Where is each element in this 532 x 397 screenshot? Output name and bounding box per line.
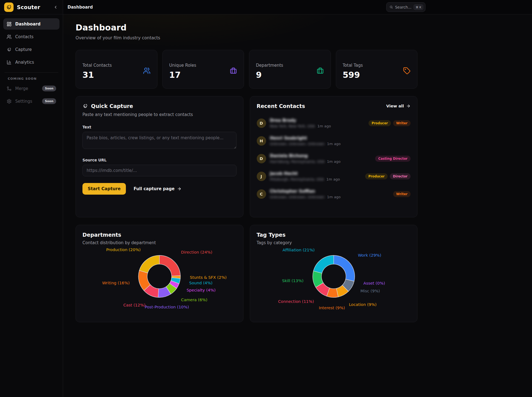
sidebar-item-label: Analytics (15, 60, 34, 65)
role-badge: Casting Director (375, 156, 411, 162)
app-logo-icon (4, 2, 14, 12)
contact-role-badges: ProducerWriter (368, 120, 411, 126)
donut-label: Work (29%) (358, 253, 381, 257)
breadcrumb: Dashboard (68, 5, 93, 10)
source-url-input[interactable] (82, 165, 237, 176)
search-input[interactable]: Search... ⌘ K (386, 2, 425, 12)
donut-label: Stunts & SFX (2%) (190, 275, 227, 280)
quick-capture-header: Quick Capture (82, 103, 237, 109)
page-title: Dashboard (76, 23, 417, 32)
sidebar-item-capture[interactable]: Capture (3, 44, 59, 55)
quick-capture-title: Quick Capture (91, 103, 133, 109)
search-shortcut-badge: ⌘ K (414, 4, 423, 10)
soon-badge: Soon (42, 86, 56, 91)
briefcase-icon (316, 67, 324, 76)
contact-time: 1m ago (317, 124, 331, 128)
donut-label: Asset (0%) (363, 281, 385, 285)
middle-row: Quick Capture Paste any text mentioning … (76, 96, 417, 217)
contact-list-item[interactable]: C Christopher Soffian Unknown, Unknown, … (257, 189, 411, 199)
main-content: Dashboard Overview of your film industry… (63, 14, 430, 322)
sidebar-header: Scouter (0, 0, 63, 14)
stat-label: Total Contacts (82, 63, 112, 68)
soon-badge: Soon (42, 98, 56, 104)
stat-card-total-tags[interactable]: Total Tags 599 (336, 50, 418, 89)
role-badge: Writer (393, 120, 411, 126)
contact-name: Daniela Bichong (270, 153, 308, 158)
recent-contacts-card: Recent Contacts View all D Drea Brody Ne… (250, 96, 418, 217)
contact-location: Pittsburgh, Pennsylvania, USA (270, 177, 324, 181)
search-placeholder: Search... (395, 5, 411, 9)
stat-card-departments[interactable]: Departments 9 (249, 50, 331, 89)
role-badge: Director (390, 173, 411, 179)
sidebar-item-contacts[interactable]: Contacts (3, 31, 59, 42)
recent-contacts-list: D Drea Brody New York, New York, USA 1m … (257, 118, 411, 199)
tag-types-chart-card: Tag Types Tags by category Work (29%)Ass… (250, 225, 418, 322)
topbar: Dashboard Search... ⌘ K (63, 0, 532, 14)
role-badge: Producer (368, 120, 391, 126)
stat-card-unique-roles[interactable]: Unique Roles 17 (162, 50, 244, 89)
contact-role-badges: Writer (393, 191, 411, 197)
users-icon (7, 34, 12, 39)
avatar: H (257, 136, 266, 146)
contact-role-badges: Casting Director (375, 156, 411, 162)
quick-capture-card: Quick Capture Paste any text mentioning … (76, 96, 243, 217)
stat-card-total-contacts[interactable]: Total Contacts 31 (76, 50, 157, 89)
recent-contacts-title: Recent Contacts (257, 103, 305, 109)
content-column: Dashboard Search... ⌘ K Dashboard Overvi… (63, 0, 532, 397)
arrow-right-icon (406, 104, 411, 108)
avatar: D (257, 118, 266, 128)
start-capture-button[interactable]: Start Capture (82, 183, 126, 195)
page-subtitle: Overview of your film industry contacts (76, 35, 417, 40)
contact-list-item[interactable]: D Drea Brody New York, New York, USA 1m … (257, 118, 411, 128)
sidebar-collapse-button[interactable] (52, 4, 59, 11)
donut-label: Interest (9%) (319, 306, 345, 310)
layout-dashboard-icon (7, 22, 12, 27)
contact-time: 1m ago (327, 159, 341, 164)
sidebar-nav: Dashboard Contacts Capture Analytics (0, 14, 63, 68)
contact-list-item[interactable]: J Jacob Hecht Pittsburgh, Pennsylvania, … (257, 171, 411, 181)
quick-capture-subtitle: Paste any text mentioning people to extr… (82, 112, 237, 117)
capture-spiral-icon (7, 47, 12, 52)
sidebar-item-analytics[interactable]: Analytics (3, 56, 59, 68)
chart-subtitle: Contact distribution by department (82, 240, 237, 245)
app-root: Scouter Dashboard Contacts Capture Analy… (0, 0, 532, 397)
charts-row: Departments Contact distribution by depa… (76, 225, 417, 322)
donut-label: Specialty (4%) (186, 288, 216, 292)
avatar: J (257, 172, 266, 181)
donut-label: Post-Production (10%) (145, 305, 189, 309)
contact-time: 1m ago (327, 142, 341, 146)
donut-slice-affiliation[interactable] (313, 256, 334, 273)
contact-role-badges: ProducerDirector (365, 173, 411, 179)
tag-icon (403, 67, 411, 76)
donut-label: Camera (6%) (181, 298, 207, 302)
contact-name: Jacob Hecht (270, 171, 298, 176)
sidebar-item-label: Settings (15, 99, 38, 104)
contact-list-item[interactable]: D Daniela Bichong Harrisburg, Pennsylvan… (257, 153, 411, 164)
chevron-left-icon (53, 5, 58, 9)
view-all-link[interactable]: View all (386, 104, 411, 108)
sidebar-item-label: Merge (15, 86, 38, 91)
donut-label: Sound (4%) (189, 281, 212, 285)
contact-time: 1m ago (326, 177, 340, 181)
donut-slice-direction[interactable] (159, 256, 180, 276)
contact-name: Drea Brody (270, 118, 296, 123)
avatar: D (257, 154, 266, 163)
donut-label: Cast (12%) (123, 303, 146, 307)
donut-slice-production[interactable] (139, 256, 159, 273)
avatar: C (257, 189, 266, 199)
donut-slice-work[interactable] (334, 256, 355, 281)
role-badge: Writer (393, 191, 411, 197)
stat-value: 9 (256, 70, 283, 80)
source-url-label: Source URL (82, 158, 237, 162)
stats-row: Total Contacts 31 Unique Roles 17 (76, 50, 417, 89)
coming-soon-heading: COMING SOON (0, 73, 63, 82)
full-capture-page-link[interactable]: Full capture page (134, 186, 181, 191)
tag-types-donut-chart: Work (29%)Asset (0%)Misc (9%)Location (9… (257, 246, 411, 313)
donut-label: Production (20%) (106, 248, 141, 252)
sidebar-item-dashboard[interactable]: Dashboard (3, 18, 59, 30)
brand-name: Scouter (17, 4, 49, 10)
text-field-label: Text (82, 125, 237, 129)
contact-list-item[interactable]: H Henri Seabright Unknown, Unknown, Unkn… (257, 136, 411, 146)
capture-text-input[interactable] (82, 132, 237, 149)
contact-time: 1m ago (327, 195, 341, 199)
